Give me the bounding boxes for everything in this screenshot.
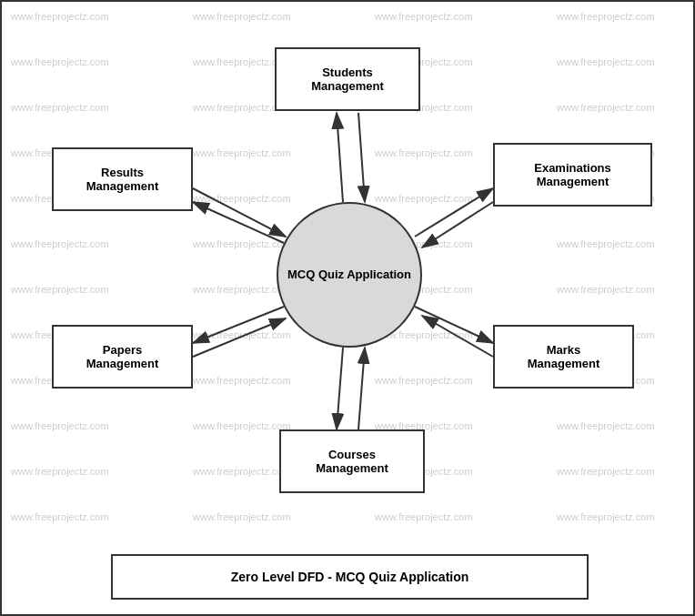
results-management-box: ResultsManagement xyxy=(52,147,193,211)
watermark-text: www.freeprojectz.com xyxy=(375,11,473,22)
watermark-text: www.freeprojectz.com xyxy=(11,511,109,522)
students-management-label: StudentsManagement xyxy=(311,66,383,93)
diagram-title-box: Zero Level DFD - MCQ Quiz Application xyxy=(111,554,589,600)
watermark-text: www.freeprojectz.com xyxy=(193,11,291,22)
examinations-management-label: ExaminationsManagement xyxy=(534,161,611,188)
svg-line-10 xyxy=(193,307,284,343)
svg-line-8 xyxy=(337,348,343,429)
students-management-box: StudentsManagement xyxy=(275,47,420,111)
watermark-text: www.freeprojectz.com xyxy=(375,375,473,386)
watermark-text: www.freeprojectz.com xyxy=(193,284,291,295)
svg-line-13 xyxy=(193,188,286,237)
watermark-text: www.freeprojectz.com xyxy=(193,329,291,340)
watermark-text: www.freeprojectz.com xyxy=(193,193,291,204)
watermark-text: www.freeprojectz.com xyxy=(11,102,109,113)
watermark-text: www.freeprojectz.com xyxy=(11,238,109,249)
results-management-label: ResultsManagement xyxy=(86,166,158,193)
center-node-label: MCQ Quiz Application xyxy=(287,267,411,283)
watermark-text: www.freeprojectz.com xyxy=(193,147,291,158)
svg-line-4 xyxy=(415,188,493,237)
watermark-text: www.freeprojectz.com xyxy=(557,56,655,67)
watermark-text: www.freeprojectz.com xyxy=(11,11,109,22)
examinations-management-box: ExaminationsManagement xyxy=(493,143,652,207)
svg-line-2 xyxy=(337,113,343,202)
watermark-text: www.freeprojectz.com xyxy=(11,466,109,477)
watermark-text: www.freeprojectz.com xyxy=(557,284,655,295)
center-node: MCQ Quiz Application xyxy=(277,202,422,348)
watermark-text: www.freeprojectz.com xyxy=(557,511,655,522)
courses-management-label: CoursesManagement xyxy=(316,448,388,475)
watermark-text: www.freeprojectz.com xyxy=(193,375,291,386)
diagram-container: www.freeprojectz.comwww.freeprojectz.com… xyxy=(0,0,695,616)
watermark-text: www.freeprojectz.com xyxy=(11,284,109,295)
watermark-text: www.freeprojectz.com xyxy=(193,238,291,249)
svg-line-6 xyxy=(415,307,493,343)
papers-management-box: PapersManagement xyxy=(52,325,193,389)
watermark-text: www.freeprojectz.com xyxy=(557,466,655,477)
watermark-text: www.freeprojectz.com xyxy=(11,420,109,431)
svg-line-7 xyxy=(422,316,493,357)
watermark-text: www.freeprojectz.com xyxy=(375,147,473,158)
diagram-title-label: Zero Level DFD - MCQ Quiz Application xyxy=(231,570,469,584)
watermark-text: www.freeprojectz.com xyxy=(11,56,109,67)
watermark-text: www.freeprojectz.com xyxy=(375,511,473,522)
watermark-text: www.freeprojectz.com xyxy=(557,238,655,249)
watermark-text: www.freeprojectz.com xyxy=(193,420,291,431)
marks-management-label: MarksManagement xyxy=(528,343,599,370)
watermark-text: www.freeprojectz.com xyxy=(193,466,291,477)
papers-management-label: PapersManagement xyxy=(86,343,158,370)
svg-line-9 xyxy=(358,348,365,429)
courses-management-box: CoursesManagement xyxy=(279,429,425,493)
svg-line-11 xyxy=(193,318,286,357)
marks-management-box: MarksManagement xyxy=(493,325,634,389)
watermark-text: www.freeprojectz.com xyxy=(375,193,473,204)
watermark-text: www.freeprojectz.com xyxy=(557,420,655,431)
watermark-text: www.freeprojectz.com xyxy=(193,511,291,522)
svg-line-3 xyxy=(358,113,365,202)
svg-line-12 xyxy=(193,202,284,243)
watermark-text: www.freeprojectz.com xyxy=(557,11,655,22)
watermark-text: www.freeprojectz.com xyxy=(557,102,655,113)
svg-line-5 xyxy=(422,202,493,247)
